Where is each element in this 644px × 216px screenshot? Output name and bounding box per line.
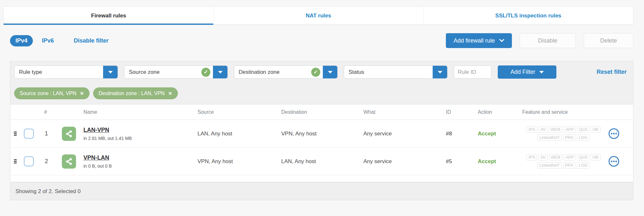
- tab-label: SSL/TLS inspection rules: [495, 13, 561, 19]
- cell-action: Accept: [478, 158, 522, 165]
- header-destination: Destination: [281, 109, 363, 115]
- share-icon: [62, 154, 76, 169]
- feature-badge: LinkedNAT: [537, 162, 562, 169]
- rule-name-link[interactable]: LAN-VPN: [83, 127, 109, 133]
- feature-badge: AV: [538, 126, 547, 133]
- filter-row: Rule type Source zone ✓ Destination zone…: [14, 65, 629, 79]
- rule-id-input[interactable]: [454, 65, 492, 79]
- triangle-down-icon: [539, 71, 544, 74]
- add-filter-button[interactable]: Add Filter: [498, 65, 556, 79]
- row-checkbox[interactable]: [24, 129, 34, 139]
- reset-filter-link[interactable]: Reset filter: [597, 69, 629, 75]
- feature-badge: QoS: [577, 126, 589, 133]
- ipv4-toggle[interactable]: IPv4: [10, 35, 33, 46]
- dropdown-arrow-icon[interactable]: [323, 66, 337, 78]
- toolbar: IPv4 IPv6 Disable filter Add firewall ru…: [10, 33, 633, 48]
- rule-traffic: in 0 B, out 0 B: [83, 163, 112, 169]
- filter-chip-source-zone: Source zone : LAN, VPN ✕: [14, 87, 90, 99]
- header-what: What: [363, 109, 446, 115]
- cell-source: VPN, Any host: [197, 158, 281, 165]
- feature-badge: IPS: [526, 126, 537, 133]
- feature-badge: IPS: [526, 154, 537, 161]
- dropdown-arrow-icon[interactable]: [433, 66, 447, 78]
- cell-rule-id: #5: [446, 158, 478, 165]
- feature-badge: PRX: [563, 134, 576, 141]
- cell-rule-id: #8: [446, 131, 478, 137]
- destination-zone-dropdown-label: Destination zone: [234, 69, 311, 75]
- feature-badge: HB: [591, 126, 600, 133]
- feature-badge: APP: [563, 126, 576, 133]
- feature-badges: IPS AV WEB APP QoS HB LinkedNAT PRX LOG: [522, 154, 605, 169]
- filter-panel: Rule type Source zone ✓ Destination zone…: [10, 61, 633, 104]
- header-id: ID: [446, 109, 478, 115]
- header-name: Name: [62, 109, 197, 115]
- more-options-icon[interactable]: [609, 128, 619, 139]
- close-icon[interactable]: ✕: [168, 91, 172, 96]
- feature-badge: WEB: [549, 154, 562, 161]
- add-filter-label: Add Filter: [510, 69, 535, 75]
- feature-badge: LinkedNAT: [537, 134, 562, 141]
- check-circle-icon: ✓: [311, 68, 320, 77]
- drag-handle[interactable]: [10, 131, 24, 137]
- rule-type-dropdown-label: Rule type: [14, 69, 103, 75]
- table-row: 1 LAN-VPN in 2.81 MB, out 1.41 MB LAN, A…: [10, 120, 633, 148]
- header-number: #: [43, 109, 62, 115]
- header-action: Action: [478, 109, 522, 115]
- chevron-down-icon: [499, 39, 504, 42]
- firewall-rules-table: # Name Source Destination What ID Action…: [10, 104, 633, 182]
- table-footer-summary: Showing 2 of 2. Selected 0: [15, 188, 81, 195]
- status-dropdown[interactable]: Status: [344, 65, 447, 79]
- disable-filter-link[interactable]: Disable filter: [74, 37, 109, 44]
- row-number: 1: [43, 130, 62, 137]
- tab-ssl-tls-inspection-rules[interactable]: SSL/TLS inspection rules: [424, 7, 633, 25]
- source-zone-dropdown-label: Source zone: [124, 69, 201, 75]
- destination-zone-dropdown[interactable]: Destination zone ✓: [234, 65, 338, 79]
- cell-source: LAN, Any host: [197, 131, 281, 137]
- header-feature-and-service: Feature and service: [522, 109, 609, 115]
- tab-label: Firewall rules: [91, 13, 126, 19]
- feature-badge: WEB: [549, 126, 562, 133]
- table-header-row: # Name Source Destination What ID Action…: [10, 104, 633, 120]
- tab-label: NAT rules: [306, 13, 331, 19]
- dropdown-arrow-icon[interactable]: [213, 66, 227, 78]
- row-number: 2: [43, 158, 62, 165]
- dropdown-arrow-icon[interactable]: [103, 66, 118, 78]
- feature-badge: APP: [563, 154, 576, 161]
- add-firewall-rule-button[interactable]: Add firewall rule: [446, 33, 512, 48]
- header-source: Source: [197, 109, 281, 115]
- filter-chip-destination-zone: Destination zone : LAN, VPN ✕: [93, 87, 178, 99]
- cell-destination: LAN, Any host: [281, 158, 363, 165]
- drag-handle[interactable]: [10, 159, 24, 164]
- rule-name-link[interactable]: VPN-LAN: [83, 154, 109, 161]
- tab-nat-rules[interactable]: NAT rules: [214, 7, 423, 25]
- feature-badge: LOG: [577, 162, 589, 169]
- rule-traffic: in 2.81 MB, out 1.41 MB: [83, 136, 132, 141]
- share-icon: [62, 127, 76, 141]
- rule-type-dropdown[interactable]: Rule type: [14, 65, 118, 79]
- disable-button[interactable]: Disable: [520, 33, 576, 48]
- row-checkbox[interactable]: [24, 156, 34, 166]
- close-icon[interactable]: ✕: [80, 91, 84, 96]
- feature-badge: AV: [538, 154, 547, 161]
- active-filter-chips: Source zone : LAN, VPN ✕ Destination zon…: [14, 87, 629, 99]
- tab-firewall-rules[interactable]: Firewall rules: [4, 7, 214, 25]
- source-zone-dropdown[interactable]: Source zone ✓: [124, 65, 228, 79]
- cell-destination: VPN, Any host: [281, 131, 363, 137]
- cell-what: Any service: [363, 158, 446, 165]
- feature-badge: LOG: [577, 134, 589, 141]
- feature-badges: IPS AV WEB APP QoS HB LinkedNAT PRX LOG: [522, 126, 605, 141]
- filter-chip-label: Destination zone : LAN, VPN: [99, 91, 165, 96]
- check-circle-icon: ✓: [201, 68, 210, 77]
- rules-tabbar: Firewall rules NAT rules SSL/TLS inspect…: [4, 6, 633, 25]
- feature-badge: HB: [591, 154, 600, 161]
- ipv6-toggle[interactable]: IPv6: [42, 37, 54, 44]
- table-footer: Showing 2 of 2. Selected 0: [10, 182, 633, 200]
- filter-chip-label: Source zone : LAN, VPN: [20, 91, 76, 96]
- more-options-icon[interactable]: [609, 156, 619, 167]
- cell-what: Any service: [363, 131, 446, 137]
- table-row: 2 VPN-LAN in 0 B, out 0 B VPN, Any host: [10, 148, 633, 175]
- feature-badge: PRX: [563, 162, 576, 169]
- table-drop-area: [10, 175, 633, 182]
- delete-button[interactable]: Delete: [584, 33, 633, 48]
- cell-action: Accept: [478, 131, 522, 137]
